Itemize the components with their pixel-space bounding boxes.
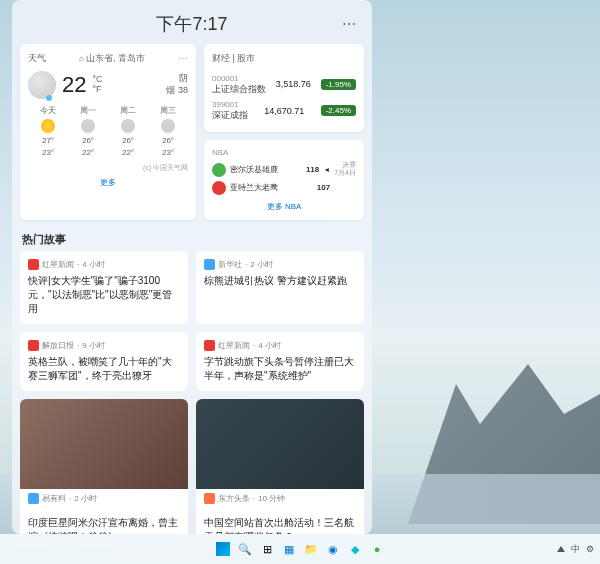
home-icon: ⌂ xyxy=(79,54,84,63)
explorer-icon[interactable]: 📁 xyxy=(302,540,320,558)
taskbar[interactable]: 🔍 ⊞ ▦ 📁 ◉ ◆ ● 中 ⚙ xyxy=(0,534,600,564)
source-icon xyxy=(28,493,39,504)
app-icon[interactable]: ● xyxy=(368,540,386,558)
cloud-icon xyxy=(81,119,95,133)
news-image-item[interactable]: 东方头条 · 10 分钟 中国空间站首次出舱活动！三名航天员都有哪些任务？ xyxy=(196,399,364,534)
panel-time: 下午7:17 xyxy=(156,12,227,36)
team-icon xyxy=(212,163,226,177)
source-icon xyxy=(28,259,39,270)
nba-more-link[interactable]: 更多 NBA xyxy=(212,201,356,212)
weather-condition-icon xyxy=(28,71,56,99)
edge-icon[interactable]: ◉ xyxy=(324,540,342,558)
forecast-row: 今天27°23° 周一26°22° 周二26°22° 周三26°23° xyxy=(28,105,188,159)
nba-card[interactable]: NBA 密尔沃基雄鹿118◄ 亚特兰大老鹰107 决赛7月4日 更多 NBA xyxy=(204,140,364,220)
weather-title: 天气 xyxy=(28,52,46,65)
weather-more-link[interactable]: 更多 xyxy=(28,177,188,188)
search-icon[interactable]: 🔍 xyxy=(236,540,254,558)
stock-row[interactable]: 000001上证综合指数 3,518.76 -1.95% xyxy=(212,71,356,97)
widgets-icon[interactable]: ▦ xyxy=(280,540,298,558)
team-icon xyxy=(212,181,226,195)
source-icon xyxy=(204,493,215,504)
change-badge: -1.95% xyxy=(321,79,356,90)
weather-location: ⌂ 山东省, 青岛市 xyxy=(79,52,145,65)
finance-card[interactable]: 财经 | 股市 000001上证综合指数 3,518.76 -1.95% 399… xyxy=(204,44,364,132)
weather-card[interactable]: 天气 ⌂ 山东省, 青岛市 ⋯ 22 °C°F 阴烟 38 今天27°23° 周… xyxy=(20,44,196,220)
news-thumbnail xyxy=(20,399,188,489)
settings-icon[interactable]: ⚙ xyxy=(586,544,594,554)
current-temp: 22 xyxy=(62,72,86,98)
cloud-icon xyxy=(121,119,135,133)
tray-expand-icon[interactable] xyxy=(557,546,565,552)
ime-icon[interactable]: 中 xyxy=(571,543,580,556)
stock-row[interactable]: 399001深证成指 14,670.71 -2.45% xyxy=(212,97,356,123)
news-image-item[interactable]: 易有料 · 2 小时 印度巨星阿米尔汗宣布离婚，曾主演《摔跤吧！爸爸》 xyxy=(20,399,188,534)
news-thumbnail xyxy=(196,399,364,489)
news-item[interactable]: 新华社 · 2 小时 棕熊进城引热议 警方建议赶紧跑 xyxy=(196,251,364,324)
panel-menu-icon[interactable]: ⋯ xyxy=(342,16,356,32)
hot-stories-title: 热门故事 xyxy=(20,228,364,251)
start-button[interactable] xyxy=(214,540,232,558)
weather-attrib: (c) 中国天气网 xyxy=(28,163,188,173)
change-badge: -2.45% xyxy=(321,105,356,116)
source-icon xyxy=(28,340,39,351)
news-item[interactable]: 解放日报 · 9 小时 英格兰队，被嘲笑了几十年的"大赛三狮军团"，终于亮出獠牙 xyxy=(20,332,188,391)
source-icon xyxy=(204,340,215,351)
sun-icon xyxy=(41,119,55,133)
news-item[interactable]: 红星新闻 · 4 小时 快评|女大学生"骗了"骗子3100元，"以法制恶"比"以… xyxy=(20,251,188,324)
widgets-panel[interactable]: 下午7:17 ⋯ 天气 ⌂ 山东省, 青岛市 ⋯ 22 °C°F 阴烟 38 今… xyxy=(12,0,372,534)
app-icon[interactable]: ◆ xyxy=(346,540,364,558)
cloud-icon xyxy=(161,119,175,133)
news-item[interactable]: 红星新闻 · 4 小时 字节跳动旗下头条号暂停注册已大半年，声称是"系统维护" xyxy=(196,332,364,391)
task-view-icon[interactable]: ⊞ xyxy=(258,540,276,558)
finance-tabs[interactable]: 财经 | 股市 xyxy=(212,52,356,65)
card-options-icon[interactable]: ⋯ xyxy=(178,53,188,64)
source-icon xyxy=(204,259,215,270)
